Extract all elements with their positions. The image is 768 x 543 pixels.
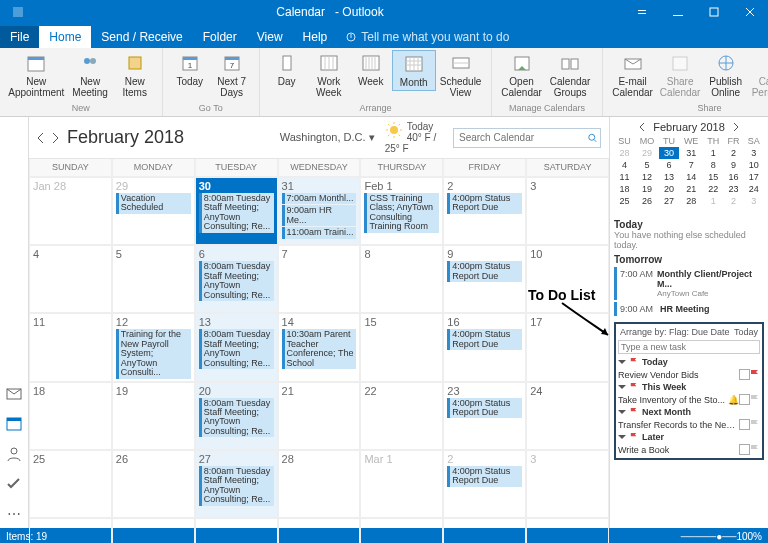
mini-prev-icon[interactable]	[639, 123, 645, 131]
tell-me[interactable]: Tell me what you want to do	[337, 26, 517, 48]
calendar-cell[interactable]: 94:00pm Status Report Due	[443, 245, 526, 313]
collapse-icon[interactable]	[618, 408, 626, 416]
calendar-cell[interactable]: 1410:30am Parent Teacher Conference; The…	[278, 313, 361, 381]
todo-task[interactable]: Transfer Records to the New ...	[618, 418, 760, 431]
ribbon-options-icon[interactable]	[624, 0, 660, 24]
mini-day[interactable]: 28	[614, 147, 635, 159]
calendar-cell[interactable]: 26	[112, 450, 195, 518]
search-calendar[interactable]	[453, 128, 601, 148]
people-icon[interactable]	[6, 446, 22, 462]
mail-icon[interactable]	[6, 386, 22, 402]
mini-day[interactable]: 13	[659, 171, 679, 183]
mini-day[interactable]: 4	[614, 159, 635, 171]
mini-day[interactable]: 1	[703, 147, 723, 159]
mini-day[interactable]: 2	[723, 195, 743, 207]
mini-day[interactable]: 9	[723, 159, 743, 171]
calendar-event[interactable]: 9:00am HR Me...	[282, 205, 357, 226]
calendar-event[interactable]: 4:00pm Status Report Due	[447, 261, 522, 282]
flag-icon[interactable]	[750, 395, 760, 405]
prev-month-icon[interactable]	[37, 133, 45, 143]
mini-day[interactable]: 28	[679, 195, 703, 207]
new-meeting-button[interactable]: New Meeting	[67, 50, 114, 100]
calendar-cell[interactable]: 24	[526, 382, 609, 450]
mini-day[interactable]: 1	[703, 195, 723, 207]
calendar-cell[interactable]	[29, 518, 112, 543]
calendar-event[interactable]: 4:00pm Status Report Due	[447, 193, 522, 214]
calendar-event[interactable]: 8:00am Tuesday Staff Meeting; AnyTown Co…	[199, 398, 274, 438]
calendar-cell[interactable]	[526, 518, 609, 543]
flag-icon[interactable]	[750, 370, 760, 380]
calendar-event[interactable]: 4:00pm Status Report Due	[447, 398, 522, 419]
calendar-event[interactable]: Training for the New Payroll System; Any…	[116, 329, 191, 378]
calendar-cell[interactable]: 138:00am Tuesday Staff Meeting; AnyTown …	[195, 313, 278, 381]
calendar-cell[interactable]: 234:00pm Status Report Due	[443, 382, 526, 450]
flag-icon[interactable]	[630, 408, 638, 416]
calendar-cell[interactable]: 22	[360, 382, 443, 450]
todo-task[interactable]: Take Inventory of the Sto...🔔	[618, 393, 760, 406]
flag-icon[interactable]	[630, 433, 638, 441]
mini-day[interactable]: 21	[679, 183, 703, 195]
mini-day[interactable]: 5	[635, 159, 659, 171]
agenda-item[interactable]: 9:00 AMHR Meeting	[614, 302, 764, 316]
calendar-event[interactable]: Vacation Scheduled	[116, 193, 191, 214]
mini-day[interactable]: 6	[659, 159, 679, 171]
calendar-cell[interactable]: 24:00pm Status Report Due	[443, 450, 526, 518]
search-calendar-input[interactable]	[457, 131, 588, 144]
mini-day[interactable]: 26	[635, 195, 659, 207]
calendar-cell[interactable]: 29Vacation Scheduled	[112, 177, 195, 245]
calendar-event[interactable]: 8:00am Tuesday Staff Meeting; AnyTown Co…	[199, 261, 274, 301]
calendar-cell[interactable]	[195, 518, 278, 543]
tab-send-receive[interactable]: Send / Receive	[91, 26, 192, 48]
task-checkbox[interactable]	[739, 394, 750, 405]
calendar-cell[interactable]: 8	[360, 245, 443, 313]
mini-day[interactable]: 30	[659, 147, 679, 159]
work-week-button[interactable]: Work Week	[308, 50, 350, 100]
mini-day[interactable]: 31	[679, 147, 703, 159]
todo-task[interactable]: Write a Book	[618, 443, 760, 456]
todo-group[interactable]: Today	[618, 356, 760, 368]
week-view-button[interactable]: Week	[350, 50, 392, 89]
flag-icon[interactable]	[750, 420, 760, 430]
collapse-icon[interactable]	[618, 433, 626, 441]
task-checkbox[interactable]	[739, 419, 750, 430]
zoom-slider[interactable]: ─────●──	[681, 531, 737, 542]
calendar-cell[interactable]	[360, 518, 443, 543]
mini-day[interactable]: 16	[723, 171, 743, 183]
flag-icon[interactable]	[750, 445, 760, 455]
calendar-cell[interactable]: 28	[278, 450, 361, 518]
calendar-cell[interactable]: 3	[526, 450, 609, 518]
schedule-view-button[interactable]: Schedule View	[436, 50, 486, 100]
calendar-event[interactable]: 11:00am Traini...	[282, 227, 357, 238]
calendar-cell[interactable]: 24:00pm Status Report Due	[443, 177, 526, 245]
calendar-cell[interactable]: 19	[112, 382, 195, 450]
mini-day[interactable]: 19	[635, 183, 659, 195]
month-view-button[interactable]: Month	[392, 50, 436, 91]
mini-day[interactable]: 8	[703, 159, 723, 171]
mini-day[interactable]: 24	[744, 183, 764, 195]
minimize-button[interactable]	[660, 0, 696, 24]
mini-day[interactable]: 7	[679, 159, 703, 171]
new-appointment-button[interactable]: New Appointment	[6, 50, 67, 100]
today-button[interactable]: 1Today	[169, 50, 211, 89]
calendar-cell[interactable]: 208:00am Tuesday Staff Meeting; AnyTown …	[195, 382, 278, 450]
new-items-button[interactable]: New Items	[114, 50, 156, 100]
calendar-event[interactable]: 8:00am Tuesday Staff Meeting; AnyTown Co…	[199, 466, 274, 506]
next-month-icon[interactable]	[51, 133, 59, 143]
calendar-cell[interactable]: Feb 1CSS Training Class; AnyTown Consult…	[360, 177, 443, 245]
flag-icon[interactable]	[630, 383, 638, 391]
mini-day[interactable]: 29	[635, 147, 659, 159]
agenda-item[interactable]: 7:00 AMMonthly Client/Project M...AnyTow…	[614, 267, 764, 300]
calendar-event[interactable]: 8:00am Tuesday Staff Meeting; AnyTown Co…	[199, 193, 274, 233]
calendar-cell[interactable]	[278, 518, 361, 543]
mini-day[interactable]: 23	[723, 183, 743, 195]
calendar-event[interactable]: CSS Training Class; AnyTown Consulting T…	[364, 193, 439, 233]
day-view-button[interactable]: Day	[266, 50, 308, 89]
search-icon[interactable]	[588, 132, 597, 144]
calendar-cell[interactable]: Jan 28	[29, 177, 112, 245]
mini-day[interactable]: 3	[744, 147, 764, 159]
calendar-event[interactable]: 7:00am Monthl...	[282, 193, 357, 204]
nav-more[interactable]: ⋯	[7, 506, 21, 522]
weather-location[interactable]: Washington, D.C. ▾	[280, 131, 375, 144]
open-calendar-button[interactable]: Open Calendar	[498, 50, 544, 100]
quickaccess[interactable]	[0, 0, 36, 24]
